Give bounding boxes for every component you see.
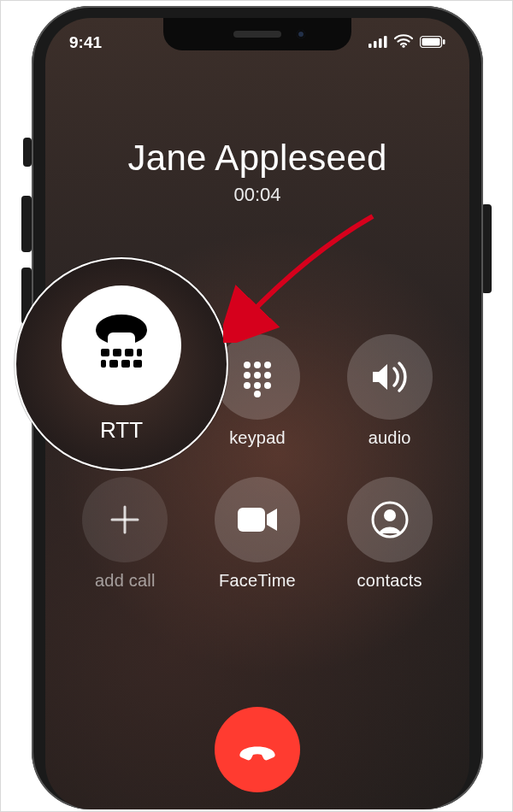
facetime-label: FaceTime (219, 571, 296, 591)
svg-rect-35 (133, 360, 142, 368)
svg-point-20 (254, 382, 261, 389)
svg-point-13 (244, 362, 251, 368)
add-call-label: add call (95, 571, 156, 591)
svg-point-14 (254, 362, 261, 368)
rtt-callout: RTT (15, 257, 228, 471)
status-time: 9:41 (69, 33, 102, 52)
svg-rect-2 (379, 38, 382, 48)
svg-rect-32 (101, 360, 106, 368)
svg-rect-33 (109, 360, 118, 368)
add-call-button[interactable]: add call (82, 477, 168, 591)
keypad-label: keypad (229, 428, 286, 448)
svg-point-27 (384, 509, 396, 521)
audio-button[interactable]: audio (347, 334, 433, 448)
rtt-icon (62, 285, 181, 405)
hangup-icon (233, 726, 281, 774)
audio-label: audio (369, 428, 411, 448)
facetime-button[interactable]: FaceTime (215, 477, 300, 591)
svg-point-4 (402, 45, 404, 48)
svg-rect-31 (137, 349, 142, 356)
status-bar: 9:41 (45, 30, 469, 56)
svg-point-17 (254, 372, 261, 379)
svg-rect-6 (422, 38, 440, 46)
rtt-callout-label: RTT (100, 417, 143, 444)
volume-up-button (21, 196, 32, 252)
svg-point-15 (264, 362, 271, 368)
end-call-button[interactable] (215, 707, 300, 792)
contacts-label: contacts (357, 571, 422, 591)
svg-point-19 (244, 382, 251, 389)
cellular-icon (369, 33, 387, 52)
svg-rect-28 (101, 349, 109, 356)
svg-point-18 (264, 372, 271, 379)
wifi-icon (394, 33, 413, 52)
svg-rect-7 (443, 39, 445, 44)
caller-name: Jane Appleseed (45, 138, 469, 179)
svg-point-21 (264, 382, 271, 389)
battery-icon (420, 33, 445, 52)
svg-rect-25 (238, 508, 265, 532)
svg-rect-0 (369, 44, 372, 48)
mute-switch (23, 138, 32, 167)
svg-point-22 (254, 391, 261, 397)
contacts-button[interactable]: contacts (347, 477, 433, 591)
svg-rect-30 (125, 349, 133, 356)
svg-point-16 (244, 372, 251, 379)
svg-rect-3 (384, 36, 387, 48)
svg-rect-29 (113, 349, 121, 356)
caller-info: Jane Appleseed 00:04 (45, 138, 469, 206)
svg-rect-1 (374, 41, 377, 48)
call-duration: 00:04 (45, 184, 469, 206)
svg-rect-34 (121, 360, 130, 368)
